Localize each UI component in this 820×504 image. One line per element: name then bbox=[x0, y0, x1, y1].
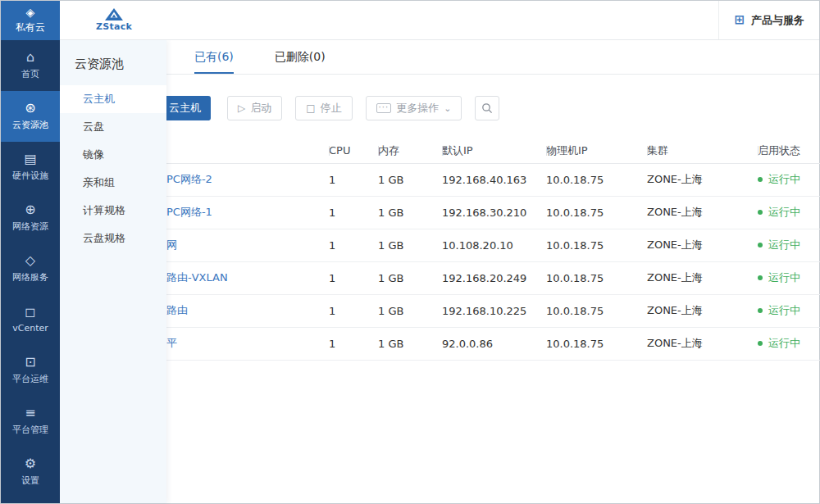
vm-name-link[interactable]: 网 bbox=[166, 238, 177, 251]
status-dot bbox=[758, 275, 763, 280]
more-actions-dropdown[interactable]: ··· 更多操作 ⌄ bbox=[366, 96, 462, 120]
submenu-item-vm[interactable]: 云主机 bbox=[60, 85, 166, 113]
hardware-icon: ▤ bbox=[24, 152, 36, 166]
create-vm-button[interactable]: 云主机 bbox=[166, 96, 211, 120]
vm-name-link[interactable]: PC网络-1 bbox=[166, 206, 212, 218]
tab-existing[interactable]: 已有(6) bbox=[194, 40, 234, 74]
sidebar-item-vcenter[interactable]: ◻ vCenter bbox=[1, 294, 60, 345]
status-dot bbox=[758, 308, 763, 313]
table-row: 网 1 1 GB 10.108.20.10 10.0.18.75 ZONE-上海… bbox=[166, 229, 820, 261]
sidebar-item-platform-mgmt[interactable]: ≡ 平台管理 bbox=[1, 396, 60, 447]
status-badge: 运行中 bbox=[768, 206, 800, 218]
sidebar-item-settings[interactable]: ⚙ 设置 bbox=[1, 447, 60, 497]
submenu-item-instance-offering[interactable]: 计算规格 bbox=[60, 197, 166, 225]
table-row: PC网络-1 1 1 GB 192.168.30.210 10.0.18.75 … bbox=[166, 196, 820, 229]
status-dot bbox=[758, 243, 763, 247]
sidebar-item-network-services[interactable]: ◇ 网络服务 bbox=[1, 243, 60, 294]
table-row: 路由 1 1 GB 192.168.10.225 10.0.18.75 ZONE… bbox=[166, 294, 820, 327]
status-badge: 运行中 bbox=[768, 173, 800, 185]
chevron-down-icon: ⌄ bbox=[444, 104, 451, 113]
cloud-pool-icon: ⊛ bbox=[25, 102, 35, 115]
play-icon: ▷ bbox=[238, 103, 245, 113]
platform-ops-icon: ⊡ bbox=[25, 356, 35, 369]
table-header-row: CPU 内存 默认IP 物理机IP 集群 启用状态 bbox=[166, 138, 820, 163]
stop-icon: □ bbox=[306, 103, 315, 113]
status-dot bbox=[758, 341, 763, 346]
product-switcher-private-cloud[interactable]: ◈ 私有云 bbox=[1, 1, 60, 40]
toolbar: 云主机 ▷ 启动 □ 停止 ··· 更多操作 ⌄ bbox=[166, 96, 819, 120]
primary-sidebar: ◈ 私有云 ⌂ 首页 ⊛ 云资源池 ▤ 硬件设施 ⊕ 网络资源 ◇ 网络服务 bbox=[1, 1, 60, 503]
col-cluster: 集群 bbox=[647, 138, 758, 163]
private-cloud-icon: ◈ bbox=[26, 7, 35, 18]
sidebar-nav: ⌂ 首页 ⊛ 云资源池 ▤ 硬件设施 ⊕ 网络资源 ◇ 网络服务 ◻ vCent… bbox=[1, 40, 60, 497]
submenu-item-volume[interactable]: 云盘 bbox=[60, 113, 166, 141]
table-row: 平 1 1 GB 92.0.0.86 10.0.18.75 ZONE-上海 运行… bbox=[166, 327, 820, 360]
products-services-label: 产品与服务 bbox=[751, 13, 804, 28]
network-resources-icon: ⊕ bbox=[25, 203, 35, 216]
main-content: 已有(6) 已删除(0) 云主机 ▷ 启动 □ 停止 ··· 更多操作 ⌄ bbox=[166, 40, 819, 503]
zstack-logo-text: ZStack bbox=[96, 21, 132, 32]
submenu-item-disk-offering[interactable]: 云盘规格 bbox=[60, 225, 166, 252]
col-default-ip: 默认IP bbox=[442, 138, 546, 163]
zstack-app-window: ◈ 私有云 ⌂ 首页 ⊛ 云资源池 ▤ 硬件设施 ⊕ 网络资源 ◇ 网络服务 bbox=[0, 0, 820, 504]
table-row: 路由-VXLAN 1 1 GB 192.168.20.249 10.0.18.7… bbox=[166, 261, 820, 294]
sidebar-item-hardware[interactable]: ▤ 硬件设施 bbox=[1, 142, 60, 193]
platform-mgmt-icon: ≡ bbox=[25, 406, 35, 420]
more-actions-icon: ··· bbox=[376, 103, 392, 113]
col-host-ip: 物理机IP bbox=[546, 138, 647, 163]
status-badge: 运行中 bbox=[768, 238, 800, 251]
zstack-logo-icon bbox=[105, 8, 123, 20]
status-badge: 运行中 bbox=[768, 304, 800, 316]
status-badge: 运行中 bbox=[768, 271, 800, 284]
col-status: 启用状态 bbox=[758, 138, 820, 163]
col-name bbox=[166, 138, 329, 163]
cloud-pool-submenu: 云资源池 云主机 云盘 镜像 亲和组 计算规格 云盘规格 bbox=[60, 40, 166, 503]
submenu-item-image[interactable]: 镜像 bbox=[60, 141, 166, 169]
sidebar-item-cloud-pool[interactable]: ⊛ 云资源池 bbox=[1, 91, 60, 142]
sidebar-item-home[interactable]: ⌂ 首页 bbox=[1, 40, 60, 91]
vm-name-link[interactable]: 路由 bbox=[166, 304, 188, 316]
status-dot bbox=[758, 177, 763, 182]
sidebar-item-network-resources[interactable]: ⊕ 网络资源 bbox=[1, 193, 60, 243]
tab-bar: 已有(6) 已删除(0) bbox=[166, 40, 819, 75]
search-icon bbox=[481, 102, 493, 114]
sidebar-item-platform-ops[interactable]: ⊡ 平台运维 bbox=[1, 345, 60, 396]
stop-button[interactable]: □ 停止 bbox=[295, 96, 352, 120]
col-cpu: CPU bbox=[329, 138, 378, 163]
vm-name-link[interactable]: 平 bbox=[166, 337, 177, 349]
vcenter-icon: ◻ bbox=[25, 306, 35, 319]
col-memory: 内存 bbox=[378, 138, 442, 163]
settings-gear-icon: ⚙ bbox=[25, 457, 36, 470]
status-dot bbox=[758, 210, 763, 215]
home-icon: ⌂ bbox=[26, 51, 34, 64]
vm-name-link[interactable]: PC网络-2 bbox=[166, 173, 212, 185]
grid-icon: ⊞ bbox=[734, 14, 745, 26]
table-row: PC网络-2 1 1 GB 192.168.40.163 10.0.18.75 … bbox=[166, 163, 820, 196]
tab-deleted[interactable]: 已删除(0) bbox=[275, 40, 326, 74]
status-badge: 运行中 bbox=[768, 337, 800, 349]
private-cloud-label: 私有云 bbox=[16, 20, 45, 34]
submenu-title: 云资源池 bbox=[60, 40, 166, 85]
start-button[interactable]: ▷ 启动 bbox=[227, 96, 282, 120]
search-button[interactable] bbox=[475, 96, 499, 120]
submenu-item-affinity-group[interactable]: 亲和组 bbox=[60, 169, 166, 197]
network-services-icon: ◇ bbox=[25, 254, 35, 267]
vm-name-link[interactable]: 路由-VXLAN bbox=[166, 271, 228, 284]
top-header: ZStack ⊞ 产品与服务 bbox=[60, 1, 819, 40]
vm-table: CPU 内存 默认IP 物理机IP 集群 启用状态 PC网络-2 1 1 GB … bbox=[166, 138, 820, 361]
products-services-menu[interactable]: ⊞ 产品与服务 bbox=[718, 1, 819, 39]
zstack-logo[interactable]: ZStack bbox=[96, 8, 132, 32]
